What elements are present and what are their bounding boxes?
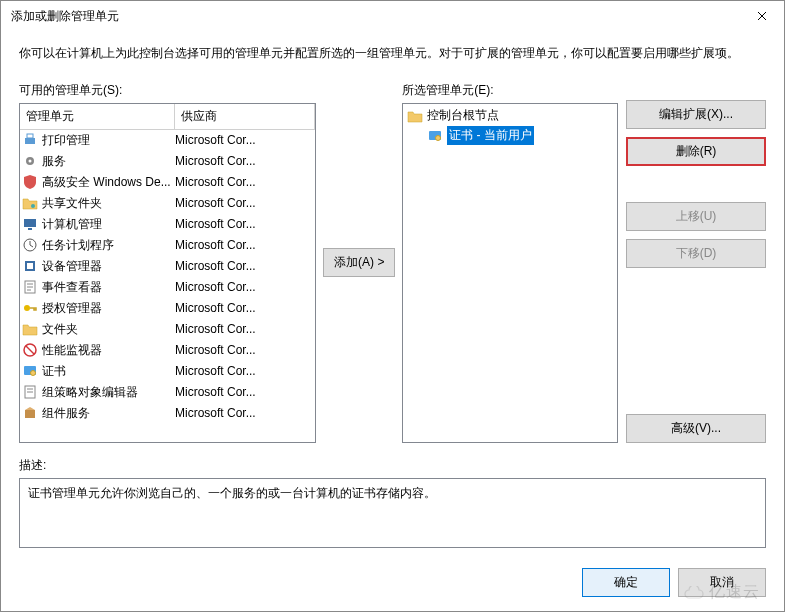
list-item-vendor: Microsoft Cor... xyxy=(175,280,315,294)
list-item[interactable]: 打印管理Microsoft Cor... xyxy=(20,130,315,151)
close-button[interactable] xyxy=(739,1,784,31)
col-header-vendor[interactable]: 供应商 xyxy=(175,104,315,129)
list-item-vendor: Microsoft Cor... xyxy=(175,364,315,378)
dialog-window: 添加或删除管理单元 你可以在计算机上为此控制台选择可用的管理单元并配置所选的一组… xyxy=(0,0,785,612)
list-item-vendor: Microsoft Cor... xyxy=(175,406,315,420)
list-item[interactable]: 高级安全 Windows De...Microsoft Cor... xyxy=(20,172,315,193)
shield-icon xyxy=(22,174,38,190)
list-item-name: 事件查看器 xyxy=(42,279,175,296)
list-item[interactable]: 授权管理器Microsoft Cor... xyxy=(20,298,315,319)
content-area: 你可以在计算机上为此控制台选择可用的管理单元并配置所选的一组管理单元。对于可扩展… xyxy=(1,31,784,558)
selected-column: 所选管理单元(E): 控制台根节点 证书 - 当前用户 xyxy=(402,82,618,443)
list-item[interactable]: 文件夹Microsoft Cor... xyxy=(20,319,315,340)
footer: 确定 取消 亿速云 xyxy=(1,558,784,611)
move-down-button[interactable]: 下移(D) xyxy=(626,239,766,268)
add-button[interactable]: 添加(A) > xyxy=(323,248,395,277)
side-buttons: 编辑扩展(X)... 删除(R) 上移(U) 下移(D) 高级(V)... xyxy=(626,82,766,443)
description-box: 证书管理单元允许你浏览自己的、一个服务的或一台计算机的证书存储内容。 xyxy=(19,478,766,548)
list-item-name: 打印管理 xyxy=(42,132,175,149)
list-item-vendor: Microsoft Cor... xyxy=(175,385,315,399)
cert-icon xyxy=(427,128,443,144)
list-item-name: 高级安全 Windows De... xyxy=(42,174,175,191)
selected-treebox[interactable]: 控制台根节点 证书 - 当前用户 xyxy=(402,103,618,443)
available-header: 管理单元 供应商 xyxy=(20,104,315,130)
list-item-name: 任务计划程序 xyxy=(42,237,175,254)
list-item-name: 服务 xyxy=(42,153,175,170)
available-listbox[interactable]: 管理单元 供应商 打印管理Microsoft Cor...服务Microsoft… xyxy=(19,103,316,443)
intro-text: 你可以在计算机上为此控制台选择可用的管理单元并配置所选的一组管理单元。对于可扩展… xyxy=(19,45,766,62)
available-label: 可用的管理单元(S): xyxy=(19,82,316,99)
window-title: 添加或删除管理单元 xyxy=(11,8,119,25)
key-icon xyxy=(22,300,38,316)
selected-label: 所选管理单元(E): xyxy=(402,82,618,99)
ok-button[interactable]: 确定 xyxy=(582,568,670,597)
main-area: 可用的管理单元(S): 管理单元 供应商 打印管理Microsoft Cor..… xyxy=(19,82,766,443)
edit-extensions-button[interactable]: 编辑扩展(X)... xyxy=(626,100,766,129)
tree-item-label: 证书 - 当前用户 xyxy=(447,126,534,145)
list-item[interactable]: 事件查看器Microsoft Cor... xyxy=(20,277,315,298)
folder-icon xyxy=(22,321,38,337)
tree-item[interactable]: 证书 - 当前用户 xyxy=(403,126,617,146)
doc-icon xyxy=(22,384,38,400)
list-item-vendor: Microsoft Cor... xyxy=(175,217,315,231)
list-item[interactable]: 证书Microsoft Cor... xyxy=(20,361,315,382)
titlebar: 添加或删除管理单元 xyxy=(1,1,784,31)
pc-icon xyxy=(22,216,38,232)
move-up-button[interactable]: 上移(U) xyxy=(626,202,766,231)
tree-root-label: 控制台根节点 xyxy=(427,107,499,124)
list-item-vendor: Microsoft Cor... xyxy=(175,343,315,357)
list-item-name: 设备管理器 xyxy=(42,258,175,275)
tree-root-row[interactable]: 控制台根节点 xyxy=(403,106,617,126)
list-item[interactable]: 组策略对象编辑器Microsoft Cor... xyxy=(20,382,315,403)
clock-icon xyxy=(22,237,38,253)
box-icon xyxy=(22,405,38,421)
list-item-name: 组件服务 xyxy=(42,405,175,422)
list-item-name: 计算机管理 xyxy=(42,216,175,233)
cert-icon xyxy=(22,363,38,379)
list-item[interactable]: 服务Microsoft Cor... xyxy=(20,151,315,172)
event-icon xyxy=(22,279,38,295)
description-area: 描述: 证书管理单元允许你浏览自己的、一个服务的或一台计算机的证书存储内容。 xyxy=(19,457,766,548)
list-item[interactable]: 计算机管理Microsoft Cor... xyxy=(20,214,315,235)
list-item-vendor: Microsoft Cor... xyxy=(175,238,315,252)
list-item-vendor: Microsoft Cor... xyxy=(175,196,315,210)
list-item-vendor: Microsoft Cor... xyxy=(175,175,315,189)
list-item-name: 证书 xyxy=(42,363,175,380)
list-item-name: 性能监视器 xyxy=(42,342,175,359)
cancel-button[interactable]: 取消 xyxy=(678,568,766,597)
printer-icon xyxy=(22,132,38,148)
folder-share-icon xyxy=(22,195,38,211)
list-item[interactable]: 组件服务Microsoft Cor... xyxy=(20,403,315,424)
list-item-vendor: Microsoft Cor... xyxy=(175,154,315,168)
close-icon xyxy=(757,11,767,21)
description-label: 描述: xyxy=(19,457,766,474)
col-header-snapin[interactable]: 管理单元 xyxy=(20,104,175,129)
list-item-vendor: Microsoft Cor... xyxy=(175,322,315,336)
list-item[interactable]: 性能监视器Microsoft Cor... xyxy=(20,340,315,361)
description-text: 证书管理单元允许你浏览自己的、一个服务的或一台计算机的证书存储内容。 xyxy=(28,486,436,500)
block-icon xyxy=(22,342,38,358)
list-item-name: 文件夹 xyxy=(42,321,175,338)
list-item-name: 组策略对象编辑器 xyxy=(42,384,175,401)
list-item-vendor: Microsoft Cor... xyxy=(175,259,315,273)
device-icon xyxy=(22,258,38,274)
middle-column: 添加(A) > xyxy=(324,82,394,443)
list-item-name: 授权管理器 xyxy=(42,300,175,317)
list-item-vendor: Microsoft Cor... xyxy=(175,133,315,147)
list-item-name: 共享文件夹 xyxy=(42,195,175,212)
folder-icon xyxy=(407,108,423,124)
list-item-vendor: Microsoft Cor... xyxy=(175,301,315,315)
advanced-button[interactable]: 高级(V)... xyxy=(626,414,766,443)
list-item[interactable]: 任务计划程序Microsoft Cor... xyxy=(20,235,315,256)
list-item[interactable]: 共享文件夹Microsoft Cor... xyxy=(20,193,315,214)
list-item[interactable]: 设备管理器Microsoft Cor... xyxy=(20,256,315,277)
remove-button[interactable]: 删除(R) xyxy=(626,137,766,166)
gear-icon xyxy=(22,153,38,169)
available-column: 可用的管理单元(S): 管理单元 供应商 打印管理Microsoft Cor..… xyxy=(19,82,316,443)
